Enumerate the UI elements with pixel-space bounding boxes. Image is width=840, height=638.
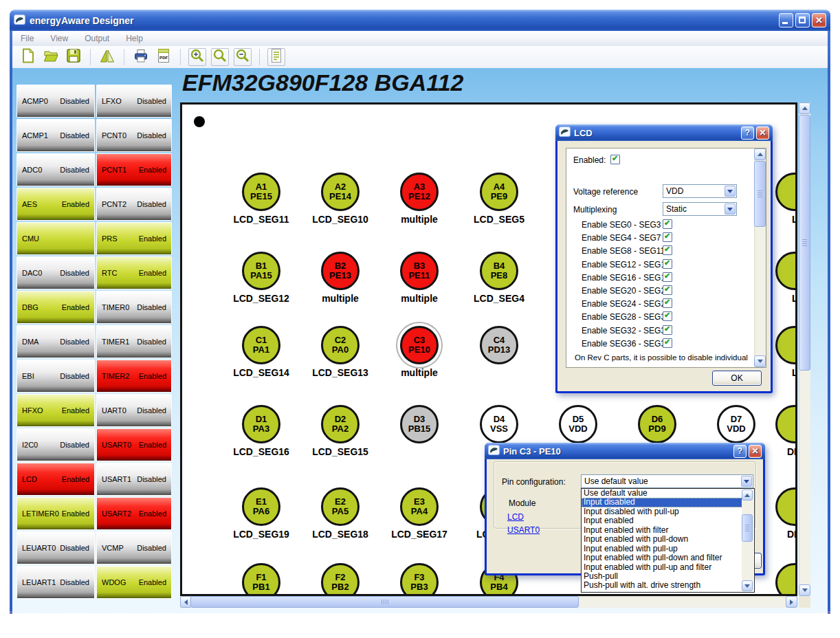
mirror-button[interactable] — [98, 48, 116, 66]
pin-partial-f8[interactable] — [775, 563, 797, 596]
pin-d4[interactable]: D4VSS — [480, 405, 518, 443]
dropdown-option[interactable]: Input disabled with pull-up — [582, 507, 742, 516]
minimize-button[interactable] — [779, 13, 793, 28]
pin-d5[interactable]: D5VDD — [559, 405, 597, 443]
pin-e3[interactable]: E3PA4 — [400, 487, 439, 526]
zoom-in-button[interactable] — [188, 48, 206, 66]
module-button-dma[interactable]: DMADisabled — [16, 325, 95, 358]
pin-partial-e8[interactable] — [775, 487, 797, 526]
module-button-rtc[interactable]: RTCEnabled — [96, 256, 172, 289]
lcd-dialog-titlebar[interactable]: LCD ? ✕ — [555, 124, 773, 141]
module-button-i2c0[interactable]: I2C0Disabled — [16, 428, 95, 461]
pin-c1[interactable]: C1PA1 — [242, 326, 280, 364]
pin-e2[interactable]: E2PA5 — [321, 487, 360, 526]
scroll-down-button[interactable] — [799, 584, 810, 596]
module-button-dbg[interactable]: DBGEnabled — [16, 291, 95, 324]
maximize-button[interactable] — [795, 13, 810, 28]
module-button-hfxo[interactable]: HFXOEnabled — [16, 394, 95, 427]
horizontal-scroll-thumb[interactable] — [190, 596, 579, 608]
module-button-letimer0[interactable]: LETIMER0Enabled — [16, 497, 95, 530]
pin-a1[interactable]: A1PE15 — [242, 173, 280, 211]
module-button-lcd[interactable]: LCDEnabled — [16, 463, 95, 496]
pin-c2[interactable]: C2PA0 — [321, 326, 360, 364]
scroll-up-button[interactable] — [742, 490, 753, 500]
module-button-prs[interactable]: PRSEnabled — [96, 222, 172, 255]
pin-c3[interactable]: C3PE10 — [400, 326, 439, 364]
module-button-timer2[interactable]: TIMER2Enabled — [96, 360, 172, 393]
menu-item-help[interactable]: Help — [126, 34, 143, 43]
titlebar[interactable]: energyAware Designer ✕ — [10, 10, 830, 31]
combo-arrow-icon[interactable] — [725, 204, 736, 214]
horizontal-scrollbar[interactable] — [180, 596, 797, 608]
segment-checkbox-4[interactable] — [663, 272, 672, 282]
module-button-cmu[interactable]: CMU — [16, 222, 95, 255]
segment-checkbox-1[interactable] — [663, 232, 672, 242]
lcd-enabled-checkbox[interactable] — [610, 155, 620, 164]
pin-a4[interactable]: A4PE9 — [480, 173, 518, 211]
open-file-button[interactable] — [42, 48, 60, 66]
module-button-leuart1[interactable]: LEUART1Disabled — [16, 566, 95, 599]
pin-d1[interactable]: D1PA3 — [242, 405, 280, 443]
scroll-down-button[interactable] — [742, 580, 753, 591]
module-button-pcnt1[interactable]: PCNT1Enabled — [96, 153, 172, 186]
help-button[interactable]: ? — [741, 126, 754, 140]
zoom-reset-button[interactable] — [211, 48, 229, 66]
module-link-usart0[interactable]: USART0 — [507, 525, 540, 535]
dropdown-option[interactable]: Input enabled — [582, 516, 742, 525]
pin-e1[interactable]: E1PA6 — [242, 487, 280, 526]
module-button-timer0[interactable]: TIMER0Disabled — [96, 291, 172, 324]
dropdown-option[interactable]: Input enabled with filter — [582, 526, 742, 535]
save-button[interactable] — [65, 48, 82, 66]
pin-partial-d8[interactable] — [775, 405, 797, 443]
segment-checkbox-2[interactable] — [663, 245, 672, 255]
pin-d2[interactable]: D2PA2 — [321, 405, 360, 443]
pin-b4[interactable]: B4PE8 — [480, 252, 518, 290]
module-button-usart2[interactable]: USART2Enabled — [96, 497, 172, 530]
pin-a3[interactable]: A3PE12 — [400, 173, 439, 211]
pin-a2[interactable]: A2PE14 — [321, 173, 360, 211]
segment-checkbox-6[interactable] — [663, 298, 672, 308]
combo-arrow-icon[interactable] — [741, 476, 752, 487]
pin-dialog-titlebar[interactable]: Pin C3 - PE10 ? ✕ — [485, 443, 765, 459]
module-button-aes[interactable]: AESEnabled — [16, 188, 95, 221]
dropdown-scroll-thumb[interactable] — [742, 514, 753, 542]
pin-f2[interactable]: F2PB2 — [321, 563, 360, 596]
dropdown-option[interactable]: Input enabled with pull-down — [582, 535, 742, 544]
dropdown-option[interactable]: Input enabled with pull-up — [582, 544, 742, 553]
module-button-pcnt0[interactable]: PCNT0Disabled — [96, 119, 172, 152]
voltage-reference-select[interactable]: VDD — [663, 184, 737, 198]
close-button[interactable]: ✕ — [812, 13, 826, 28]
module-link-lcd[interactable]: LCD — [507, 512, 524, 522]
module-button-dac0[interactable]: DAC0Disabled — [16, 256, 95, 289]
module-button-ebi[interactable]: EBIDisabled — [16, 360, 95, 393]
pin-f1[interactable]: F1PB1 — [242, 563, 280, 596]
dropdown-option[interactable]: Use default value — [582, 489, 742, 498]
help-button[interactable]: ? — [733, 445, 747, 458]
pin-c4[interactable]: C4PD13 — [480, 326, 518, 364]
pin-configuration-select[interactable]: Use default value — [581, 474, 753, 488]
combo-arrow-icon[interactable] — [725, 186, 736, 197]
dropdown-option[interactable]: Input disabled — [582, 498, 742, 507]
module-button-vcmp[interactable]: VCMPDisabled — [96, 531, 172, 564]
export-pdf-button[interactable]: PDF — [155, 48, 173, 66]
pin-partial-b8[interactable] — [775, 252, 797, 290]
print-button[interactable] — [132, 48, 150, 66]
module-button-usart1[interactable]: USART1Disabled — [96, 463, 172, 496]
pin-partial-c8[interactable] — [775, 326, 797, 364]
scroll-up-button[interactable] — [754, 148, 766, 160]
module-button-adc0[interactable]: ADC0Disabled — [16, 153, 95, 186]
vertical-scroll-thumb[interactable] — [799, 115, 810, 371]
close-dialog-button[interactable]: ✕ — [749, 445, 762, 458]
dropdown-option[interactable]: Input enabled with pull-up and filter — [582, 563, 742, 572]
segment-checkbox-3[interactable] — [663, 259, 672, 269]
pin-b3[interactable]: B3PE11 — [400, 252, 439, 290]
menu-item-output[interactable]: Output — [85, 34, 109, 43]
dropdown-option[interactable]: Push-pull — [582, 572, 742, 581]
dropdown-scrollbar[interactable] — [742, 490, 753, 591]
module-button-timer1[interactable]: TIMER1Disabled — [96, 325, 172, 358]
segment-checkbox-5[interactable] — [663, 285, 672, 295]
module-button-wdog[interactable]: WDOGEnabled — [96, 566, 172, 599]
menu-item-file[interactable]: File — [21, 34, 34, 43]
close-dialog-button[interactable]: ✕ — [756, 126, 769, 140]
dropdown-option[interactable]: Push-pull with alt. drive strength — [582, 581, 742, 590]
